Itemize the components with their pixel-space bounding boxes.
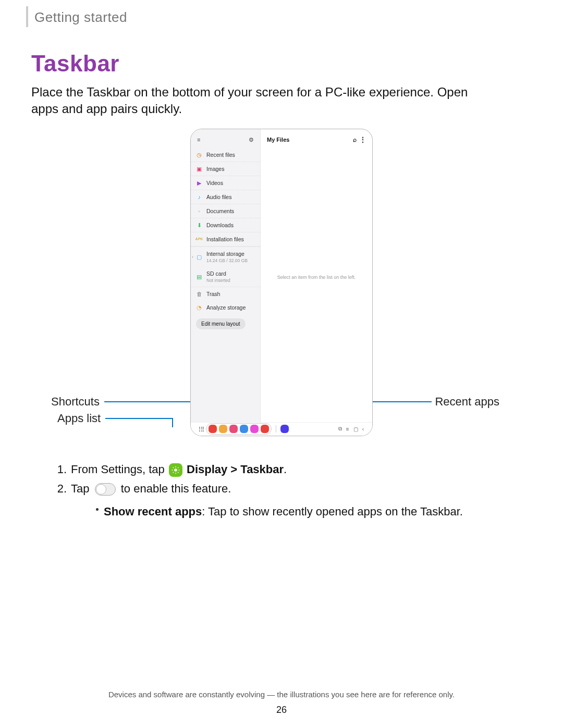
page-title: Taskbar — [31, 51, 532, 77]
apps-grid-icon — [199, 427, 204, 431]
callout-shortcuts-label: Shortcuts — [51, 395, 100, 408]
cat-icon: ▶ — [196, 180, 202, 186]
cat-icon: APK — [196, 236, 202, 242]
recents-nav-icon: ≡ — [346, 426, 349, 432]
callout-shortcuts: Shortcuts — [51, 395, 100, 409]
cat-icon: ▫ — [196, 208, 202, 214]
sidebar: ≡ ⚙ ◷Recent files▣Images▶Videos♪Audio fi… — [191, 129, 261, 436]
trash-label: Trash — [206, 291, 220, 297]
illustration: Shortcuts Apps list Recent apps ≡ ⚙ — [31, 127, 532, 450]
empty-placeholder: Select an item from the list on the left… — [261, 150, 372, 436]
sidebar-item-label: Audio files — [206, 194, 231, 200]
hamburger-icon: ≡ — [197, 137, 200, 143]
step-2: 2. Tap to enable this feature. — [54, 479, 532, 498]
bullet-bold: Show recent apps — [104, 505, 202, 518]
svg-point-0 — [174, 468, 177, 471]
callout-recent-apps: Recent apps — [435, 395, 499, 409]
toggle-icon — [95, 483, 116, 496]
home-nav-icon: ▢ — [353, 426, 358, 432]
svg-line-8 — [178, 467, 178, 468]
step1-bold: Display > Taskbar — [187, 463, 284, 476]
step2-post: to enable this feature. — [121, 482, 231, 495]
taskbar-app-icon — [219, 425, 227, 433]
taskbar: ⧉ ≡ ▢ ‹ — [191, 422, 372, 436]
more-icon: ⋮ — [360, 136, 366, 143]
step2-bullet: Show recent apps: Tap to show recently o… — [54, 502, 532, 521]
step-1: 1. From Settings, tap Display > Taskbar. — [54, 460, 532, 479]
taskbar-app-icon — [261, 425, 269, 433]
cat-icon: ⬇ — [196, 222, 202, 228]
svg-line-6 — [178, 472, 178, 473]
internal-storage-sub: 14.24 GB / 32.00 GB — [206, 258, 248, 263]
sidebar-item-label: Images — [206, 166, 224, 172]
app-title: My Files — [267, 137, 289, 143]
internal-storage-label: Internal storage — [206, 251, 244, 257]
sidebar-item-label: Videos — [206, 180, 223, 186]
sdcard-label: SD card — [206, 270, 226, 277]
section-label: Getting started — [31, 0, 532, 26]
sdcard-icon: ▤ — [196, 274, 202, 280]
edit-menu-button: Edit menu layout — [196, 318, 246, 329]
steps: 1. From Settings, tap Display > Taskbar.… — [31, 460, 532, 521]
cat-icon: ◷ — [196, 152, 202, 158]
section-rule — [26, 6, 28, 27]
trash-icon: 🗑 — [196, 291, 202, 297]
cat-icon: ♪ — [196, 194, 202, 200]
callout-apps-list: Apps list — [57, 412, 101, 425]
sidebar-item-label: Installation files — [206, 236, 244, 242]
device-mock: ≡ ⚙ ◷Recent files▣Images▶Videos♪Audio fi… — [190, 129, 373, 436]
sidebar-item: ▶Videos — [191, 176, 260, 190]
sidebar-item-label: Downloads — [206, 222, 234, 228]
analyze-label: Analyze storage — [206, 304, 246, 311]
step2-pre: Tap — [71, 482, 89, 495]
sidebar-item: ◷Recent files — [191, 148, 260, 162]
callout-recent-apps-label: Recent apps — [435, 395, 499, 408]
sdcard-sub: Not inserted — [206, 278, 230, 283]
sidebar-item: ▣Images — [191, 162, 260, 176]
svg-line-7 — [173, 472, 174, 473]
cat-icon: ▣ — [196, 166, 202, 172]
bullet-rest: : Tap to show recently opened apps on th… — [202, 505, 463, 518]
sidebar-item: ▫Documents — [191, 204, 260, 218]
taskbar-app-icon — [240, 425, 248, 433]
sidebar-item-label: Recent files — [206, 152, 235, 158]
taskbar-app-icon — [229, 425, 238, 433]
storage-icon: ▢ — [196, 254, 202, 260]
back-nav-icon: ‹ — [362, 426, 364, 432]
page-number: 26 — [0, 705, 563, 715]
sidebar-item-label: Documents — [206, 208, 234, 214]
step1-pre: From Settings, tap — [71, 463, 165, 476]
display-icon — [169, 463, 182, 477]
pair-icon: ⧉ — [338, 426, 342, 432]
gear-icon: ⚙ — [249, 137, 254, 143]
search-icon: ⌕ — [353, 136, 357, 143]
sidebar-item: ♪Audio files — [191, 190, 260, 204]
sidebar-item: APKInstallation files — [191, 232, 260, 246]
analyze-icon: ◔ — [196, 304, 202, 311]
sidebar-item: ⬇Downloads — [191, 218, 260, 232]
callout-apps-list-label: Apps list — [57, 412, 101, 425]
taskbar-app-icon — [250, 425, 259, 433]
footer-note: Devices and software are constantly evol… — [0, 690, 563, 699]
intro-text: Place the Taskbar on the bottom of your … — [31, 84, 485, 118]
svg-line-5 — [173, 467, 174, 468]
taskbar-recent-app — [280, 425, 289, 433]
taskbar-shortcuts — [206, 423, 272, 435]
taskbar-app-icon — [209, 425, 217, 433]
